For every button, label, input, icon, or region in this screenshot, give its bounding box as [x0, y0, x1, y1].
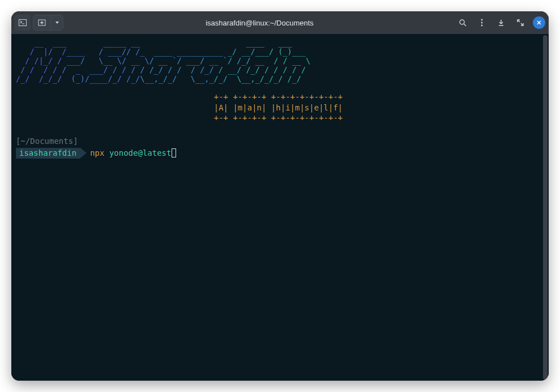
prompt-user: isasharafdin	[16, 148, 80, 158]
window-title: isasharafdin@linux:~/Documents	[66, 19, 454, 27]
svg-line-6	[464, 24, 466, 26]
titlebar: isasharafdin@linux:~/Documents	[11, 11, 549, 34]
svg-rect-0	[19, 20, 27, 26]
close-icon[interactable]	[533, 16, 545, 29]
cursor	[172, 148, 176, 157]
menu-icon[interactable]	[475, 15, 489, 31]
terminal-app-icon[interactable]	[15, 15, 31, 31]
maximize-icon[interactable]	[514, 15, 527, 31]
prompt-arrow-icon	[80, 147, 87, 159]
search-icon[interactable]	[456, 15, 469, 31]
minimize-icon[interactable]	[494, 15, 508, 31]
cwd-path: [~/Documents]	[16, 136, 541, 146]
svg-point-5	[460, 20, 464, 24]
new-tab-button[interactable]	[33, 15, 50, 30]
new-tab-dropdown[interactable]	[50, 15, 63, 30]
ascii-subtitle: +-+ +-+-+-+ +-+-+-+-+-+-+-+ |A| |m|a|n| …	[16, 92, 541, 124]
prompt-line[interactable]: isasharafdin npx yonode@latest	[16, 147, 541, 159]
new-tab-group	[33, 15, 63, 31]
terminal-body[interactable]: __ ___ _____ __ ____ ___ / |/ /____ / __…	[11, 34, 549, 381]
svg-point-9	[481, 25, 483, 27]
command-binary: npx	[90, 148, 104, 158]
terminal-window: isasharafdin@linux:~/Documents __ ___ __…	[11, 11, 549, 381]
command-arg: yonode@latest	[109, 148, 172, 158]
svg-point-8	[481, 22, 483, 24]
ascii-banner: __ ___ _____ __ ____ ___ / |/ /____ / __…	[16, 39, 541, 84]
svg-point-7	[481, 19, 483, 21]
scrollbar[interactable]	[543, 35, 548, 380]
